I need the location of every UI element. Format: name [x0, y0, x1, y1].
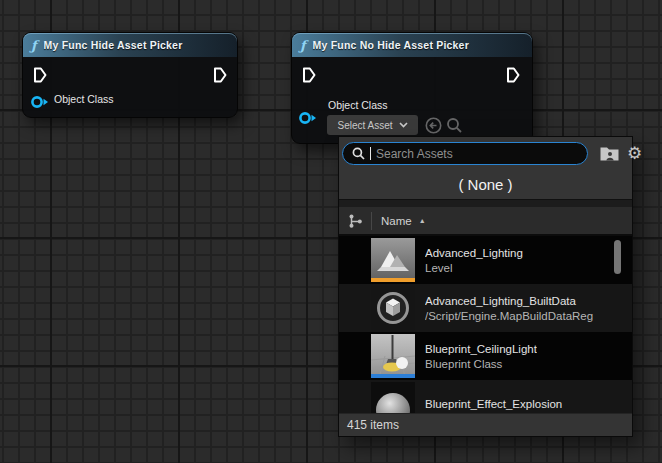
search-pill[interactable] — [342, 142, 588, 165]
object-class-label: Object Class — [54, 93, 114, 105]
select-asset-button[interactable]: Select Asset — [327, 115, 418, 135]
search-assets-input[interactable] — [376, 147, 536, 161]
asset-title: Advanced_Lighting_BuiltData — [425, 293, 593, 309]
exec-input-pin[interactable] — [302, 67, 316, 83]
select-asset-label: Select Asset — [337, 120, 392, 131]
node-my-func-hide-asset-picker[interactable]: ƒ My Func Hide Asset Picker Object Class — [22, 32, 238, 118]
node-title: My Func No Hide Asset Picker — [313, 39, 469, 51]
asset-picker-search-row: ⚙ — [339, 137, 632, 169]
asset-row-blueprint-ceilinglight[interactable]: Blueprint_CeilingLight Blueprint Class — [339, 332, 632, 380]
blueprint-type-bar — [371, 374, 415, 378]
asset-subtitle: Level — [425, 261, 523, 276]
object-class-pin[interactable] — [298, 111, 318, 125]
text-cursor — [370, 147, 371, 160]
object-class-label: Object Class — [328, 99, 388, 111]
node-title-bar[interactable]: ƒ My Func Hide Asset Picker — [23, 33, 237, 57]
node-my-func-no-hide-asset-picker[interactable]: ƒ My Func No Hide Asset Picker Object Cl… — [291, 32, 533, 144]
picker-separator — [339, 199, 632, 207]
chevron-down-icon — [399, 122, 408, 128]
sort-ascending-icon: ▲ — [419, 217, 426, 224]
asset-title: Advanced_Lighting — [425, 245, 523, 261]
header-divider — [371, 212, 372, 230]
object-class-pin[interactable] — [30, 95, 50, 109]
exec-output-pin[interactable] — [506, 67, 520, 83]
asset-subtitle: Blueprint Class — [425, 357, 537, 372]
search-icon — [352, 147, 365, 160]
exec-input-pin[interactable] — [33, 67, 47, 83]
use-selected-arrow-icon[interactable] — [425, 117, 442, 134]
item-count-footer: 415 items — [339, 413, 632, 436]
blueprint-graph-canvas[interactable]: ƒ My Func Hide Asset Picker Object Class… — [0, 0, 662, 463]
node-title-bar[interactable]: ƒ My Func No Hide Asset Picker — [292, 33, 532, 57]
browse-search-icon[interactable] — [446, 117, 463, 134]
list-scrollbar-thumb[interactable] — [614, 240, 621, 274]
item-count-label: 415 items — [347, 418, 399, 432]
asset-subtitle: /Script/Engine.MapBuildDataReg — [425, 309, 593, 324]
hierarchy-icon[interactable] — [348, 213, 363, 229]
gear-icon[interactable]: ⚙ — [627, 145, 642, 162]
asset-list: Advanced_Lighting Level Advanced_Lighti — [339, 236, 632, 413]
level-thumbnail — [371, 238, 415, 282]
asset-row-blueprint-effect-explosion[interactable]: Blueprint_Effect_Explosion — [339, 380, 632, 413]
asset-row-advanced-lighting[interactable]: Advanced_Lighting Level — [339, 236, 632, 284]
explosion-thumbnail — [371, 382, 415, 413]
folder-browse-icon[interactable] — [600, 146, 619, 161]
function-icon: ƒ — [300, 39, 306, 52]
none-option[interactable]: ( None ) — [339, 169, 632, 199]
node-title: My Func Hide Asset Picker — [44, 39, 183, 51]
name-column-label: Name — [381, 215, 412, 227]
asset-title: Blueprint_Effect_Explosion — [425, 396, 562, 412]
list-header-name-column[interactable]: Name ▲ — [339, 207, 632, 236]
asset-row-advanced-lighting-builtdata[interactable]: Advanced_Lighting_BuiltData /Script/Engi… — [339, 284, 632, 332]
asset-picker-dropdown: ⚙ ( None ) Name ▲ — [338, 136, 633, 437]
level-type-bar — [371, 278, 415, 282]
ceilinglight-thumbnail — [371, 334, 415, 378]
builtdata-thumbnail — [371, 286, 415, 330]
exec-output-pin[interactable] — [213, 67, 227, 83]
asset-title: Blueprint_CeilingLight — [425, 341, 537, 357]
function-icon: ƒ — [31, 39, 37, 52]
